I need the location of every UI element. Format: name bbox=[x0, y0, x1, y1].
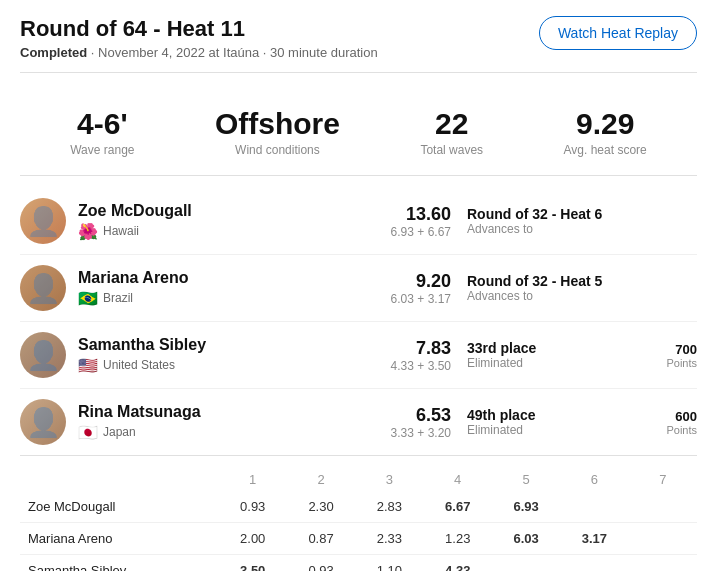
result-status-0: Advances to bbox=[467, 222, 627, 236]
stat-value-0: 4-6' bbox=[70, 107, 134, 140]
page-title: Round of 64 - Heat 11 bbox=[20, 16, 378, 42]
stat-value-3: 9.29 bbox=[564, 107, 647, 140]
avatar-0: 👤 bbox=[20, 198, 66, 244]
athlete-row-3: 👤 Rina Matsunaga 🇯🇵 Japan 6.53 3.33 + 3.… bbox=[20, 389, 697, 455]
athlete-info-0: Zoe McDougall 🌺 Hawaii bbox=[78, 202, 371, 241]
score-cell-1-0: 2.00 bbox=[219, 523, 287, 555]
result-status-1: Advances to bbox=[467, 289, 627, 303]
score-table: 1234567 Zoe McDougall0.932.302.836.676.9… bbox=[20, 468, 697, 571]
total-score-3: 6.53 bbox=[371, 405, 451, 426]
score-col-header-2: 2 bbox=[287, 468, 355, 491]
athlete-scores-0: 13.60 6.93 + 6.67 bbox=[371, 204, 451, 239]
athlete-country-1: 🇧🇷 Brazil bbox=[78, 289, 371, 308]
watch-replay-button[interactable]: Watch Heat Replay bbox=[539, 16, 697, 50]
athlete-name-1: Mariana Areno bbox=[78, 269, 371, 287]
stat-label-0: Wave range bbox=[70, 143, 134, 157]
score-cell-2-1: 0.93 bbox=[287, 555, 355, 572]
score-name-0: Zoe McDougall bbox=[20, 491, 219, 523]
stat-item-1: Offshore Wind conditions bbox=[215, 107, 340, 157]
score-name-2: Samantha Sibley bbox=[20, 555, 219, 572]
score-col-header-6: 6 bbox=[560, 468, 628, 491]
score-cell-0-0: 0.93 bbox=[219, 491, 287, 523]
result-status-2: Eliminated bbox=[467, 356, 627, 370]
event-details: · November 4, 2022 at Itaúna · 30 minute… bbox=[91, 45, 378, 60]
score-col-header-7: 7 bbox=[629, 468, 697, 491]
score-name-1: Mariana Areno bbox=[20, 523, 219, 555]
avatar-1: 👤 bbox=[20, 265, 66, 311]
flag-1: 🇧🇷 bbox=[78, 289, 98, 308]
result-heat-0: Round of 32 - Heat 6 bbox=[467, 206, 627, 222]
score-cell-0-6 bbox=[629, 491, 697, 523]
athlete-points-3: 600 Points bbox=[637, 409, 697, 436]
score-row-2: Samantha Sibley3.500.931.104.33 bbox=[20, 555, 697, 572]
stat-label-2: Total waves bbox=[420, 143, 483, 157]
score-col-header-3: 3 bbox=[355, 468, 423, 491]
stat-value-2: 22 bbox=[420, 107, 483, 140]
athlete-info-3: Rina Matsunaga 🇯🇵 Japan bbox=[78, 403, 371, 442]
wave-scores-1: 6.03 + 3.17 bbox=[371, 292, 451, 306]
score-cell-1-4: 6.03 bbox=[492, 523, 560, 555]
athlete-result-3: 49th place Eliminated bbox=[467, 407, 627, 437]
score-cell-2-0: 3.50 bbox=[219, 555, 287, 572]
score-cell-1-2: 2.33 bbox=[355, 523, 423, 555]
athlete-scores-2: 7.83 4.33 + 3.50 bbox=[371, 338, 451, 373]
athlete-info-2: Samantha Sibley 🇺🇸 United States bbox=[78, 336, 371, 375]
stat-item-0: 4-6' Wave range bbox=[70, 107, 134, 157]
athlete-row-0: 👤 Zoe McDougall 🌺 Hawaii 13.60 6.93 + 6.… bbox=[20, 188, 697, 255]
score-cell-2-4 bbox=[492, 555, 560, 572]
flag-2: 🇺🇸 bbox=[78, 356, 98, 375]
score-cell-0-3: 6.67 bbox=[424, 491, 492, 523]
athlete-country-0: 🌺 Hawaii bbox=[78, 222, 371, 241]
athlete-result-0: Round of 32 - Heat 6 Advances to bbox=[467, 206, 627, 236]
score-cell-1-3: 1.23 bbox=[424, 523, 492, 555]
score-table-container: 1234567 Zoe McDougall0.932.302.836.676.9… bbox=[20, 468, 697, 571]
athlete-country-3: 🇯🇵 Japan bbox=[78, 423, 371, 442]
score-cell-0-2: 2.83 bbox=[355, 491, 423, 523]
score-cell-2-5 bbox=[560, 555, 628, 572]
athlete-result-1: Round of 32 - Heat 5 Advances to bbox=[467, 273, 627, 303]
athlete-result-2: 33rd place Eliminated bbox=[467, 340, 627, 370]
page-header: Round of 64 - Heat 11 Completed · Novemb… bbox=[20, 16, 697, 73]
status-badge: Completed bbox=[20, 45, 87, 60]
wave-scores-0: 6.93 + 6.67 bbox=[371, 225, 451, 239]
flag-3: 🇯🇵 bbox=[78, 423, 98, 442]
stat-item-3: 9.29 Avg. heat score bbox=[564, 107, 647, 157]
athlete-row-2: 👤 Samantha Sibley 🇺🇸 United States 7.83 … bbox=[20, 322, 697, 389]
avatar-3: 👤 bbox=[20, 399, 66, 445]
score-cell-1-1: 0.87 bbox=[287, 523, 355, 555]
avatar-2: 👤 bbox=[20, 332, 66, 378]
athletes-section: 👤 Zoe McDougall 🌺 Hawaii 13.60 6.93 + 6.… bbox=[20, 188, 697, 456]
score-cell-1-6 bbox=[629, 523, 697, 555]
athlete-scores-1: 9.20 6.03 + 3.17 bbox=[371, 271, 451, 306]
result-status-3: Eliminated bbox=[467, 423, 627, 437]
total-score-2: 7.83 bbox=[371, 338, 451, 359]
score-row-1: Mariana Areno2.000.872.331.236.033.17 bbox=[20, 523, 697, 555]
result-heat-1: Round of 32 - Heat 5 bbox=[467, 273, 627, 289]
athlete-scores-3: 6.53 3.33 + 3.20 bbox=[371, 405, 451, 440]
flag-0: 🌺 bbox=[78, 222, 98, 241]
wave-scores-3: 3.33 + 3.20 bbox=[371, 426, 451, 440]
score-col-header-4: 4 bbox=[424, 468, 492, 491]
country-name-1: Brazil bbox=[103, 291, 133, 305]
country-name-2: United States bbox=[103, 358, 175, 372]
score-cell-0-1: 2.30 bbox=[287, 491, 355, 523]
country-name-3: Japan bbox=[103, 425, 136, 439]
total-score-0: 13.60 bbox=[371, 204, 451, 225]
score-cell-2-6 bbox=[629, 555, 697, 572]
total-score-1: 9.20 bbox=[371, 271, 451, 292]
header-info: Round of 64 - Heat 11 Completed · Novemb… bbox=[20, 16, 378, 60]
score-cell-1-5: 3.17 bbox=[560, 523, 628, 555]
result-heat-2: 33rd place bbox=[467, 340, 627, 356]
athlete-country-2: 🇺🇸 United States bbox=[78, 356, 371, 375]
score-cell-2-2: 1.10 bbox=[355, 555, 423, 572]
stat-item-2: 22 Total waves bbox=[420, 107, 483, 157]
score-col-header-0 bbox=[20, 468, 219, 491]
score-cell-0-5 bbox=[560, 491, 628, 523]
wave-scores-2: 4.33 + 3.50 bbox=[371, 359, 451, 373]
score-row-0: Zoe McDougall0.932.302.836.676.93 bbox=[20, 491, 697, 523]
athlete-name-3: Rina Matsunaga bbox=[78, 403, 371, 421]
athlete-name-2: Samantha Sibley bbox=[78, 336, 371, 354]
stat-label-1: Wind conditions bbox=[215, 143, 340, 157]
country-name-0: Hawaii bbox=[103, 224, 139, 238]
score-cell-0-4: 6.93 bbox=[492, 491, 560, 523]
